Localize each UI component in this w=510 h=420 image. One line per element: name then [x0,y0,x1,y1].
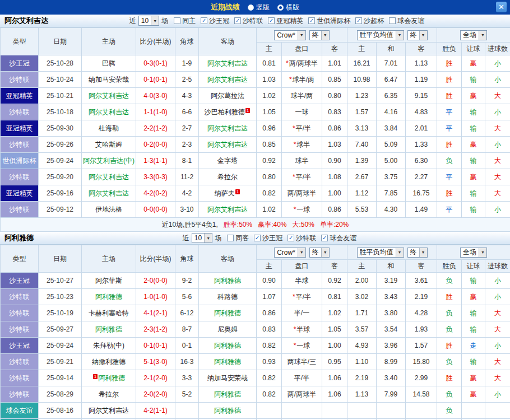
home-team[interactable]: 杜海勒 [82,120,136,137]
home-team[interactable]: 希拉尔 [82,386,136,403]
home-team[interactable]: 艾哈斯姆 [82,137,136,153]
odds-source-select[interactable]: Crow* ▼ [274,30,306,40]
away-team[interactable]: 阿尔葛拉法 [199,88,257,104]
avg-final-select[interactable]: 终 ▼ [407,30,428,40]
filter-球会友谊[interactable]: 球会友谊 [389,16,424,26]
checkbox-checked[interactable]: ✓ [288,235,294,241]
away-team[interactable]: 科路德 [199,289,257,305]
home-team[interactable]: 朱拜勒(中) [82,338,136,354]
home-team[interactable]: 纳撒利雅德 [82,354,136,370]
away-team[interactable]: 阿利雅德 [199,354,257,370]
col-type: 类型 [1,245,39,273]
away-team[interactable]: 阿尔艾利吉达 [199,202,257,218]
handicap-text: 半/一 [294,309,309,317]
away-team[interactable]: 纳加马安荣哉 [199,370,257,386]
close-icon[interactable]: ✕ [496,2,507,12]
checkbox-checked[interactable]: ✓ [308,17,315,24]
away-team[interactable]: 沙巴柏利雅德1 [199,104,257,120]
handicap-text: 球半/两 [291,92,313,100]
away-team[interactable]: 阿利雅德 [199,273,257,289]
scope-select[interactable]: 全场 ▼ [460,30,487,40]
handicap-text: 球半/两 [293,76,314,83]
home-team[interactable]: 阿尔艾利吉达 [82,88,136,104]
away-team[interactable]: 纳萨夫1 [199,185,257,202]
goals-result: 大 [485,88,510,104]
away-team[interactable]: 阿尔艾利吉达 [199,72,257,88]
home-team[interactable]: 阿尔艾利吉达(中) [82,153,136,169]
avg-final-select[interactable]: 终 ▼ [407,248,428,258]
recent-count-select[interactable]: 10 ▼ [138,16,159,26]
away-team[interactable]: 尼奥姆 [199,321,257,338]
chevron-down-icon: ▼ [419,31,427,40]
handicap-result: 赢 [462,137,485,153]
filter-世俱洲际杯[interactable]: ✓世俱洲际杯 [308,16,350,26]
score: 4-2(1-1) [136,403,175,419]
odds-final-select[interactable]: 终 ▼ [309,30,330,40]
scope-value: 全场 [463,30,476,40]
checkbox-checked[interactable]: ✓ [268,17,275,24]
avg-draw: 4.16 [377,104,406,120]
away-team[interactable]: 阿尔艾利吉达 [199,137,257,153]
away-team[interactable]: 阿尔艾利吉达 [199,55,257,72]
checkbox-checked[interactable]: ✓ [254,235,261,241]
avg-type-select[interactable]: 胜平负均值 ▼ [357,248,404,258]
home-team[interactable]: 阿利雅德 [82,289,136,305]
scope-select[interactable]: 全场 ▼ [460,248,487,258]
away-team[interactable]: 阿尔艾利吉达 [199,120,257,137]
away-team[interactable]: 希拉尔 [199,169,257,185]
home-team[interactable]: 卡赫利塞哈特 [82,305,136,321]
avg-draw: 7.99 [377,386,406,403]
recent-count-select[interactable]: 10 ▼ [192,233,212,243]
home-team[interactable]: 阿尔菲斯 [82,273,136,289]
filter-沙特联[interactable]: ✓沙特联 [234,16,263,26]
filter-沙王冠[interactable]: ✓沙王冠 [201,16,229,26]
match-result: 胜 [437,370,462,386]
checkbox-checked[interactable]: ✓ [234,17,241,24]
match-result: 胜 [437,289,462,305]
home-team[interactable]: 阿尔艾利吉达 [82,185,136,202]
away-team[interactable]: 阿利雅德 [199,403,257,419]
goals-result [485,403,510,419]
filter-沙超杯[interactable]: ✓沙超杯 [355,16,384,26]
odds-final-select[interactable]: 终 ▼ [309,248,330,258]
checkbox-checked[interactable]: ✓ [355,17,362,24]
checkbox-unchecked[interactable] [389,17,396,24]
away-team[interactable]: 阿利雅德 [199,338,257,354]
odds-source-select[interactable]: Crow* ▼ [274,248,306,258]
odds-away: 1.06 [322,370,347,386]
filter-亚冠精英[interactable]: ✓亚冠精英 [268,16,303,26]
handicap-result: 赢 [462,169,485,185]
team-name-text: 艾哈斯姆 [95,141,122,148]
home-team[interactable]: 1阿利雅德 [82,370,136,386]
home-team[interactable]: 阿尔艾利吉达 [82,104,136,120]
handicap-result: 赢 [462,289,485,305]
away-team[interactable]: 金字塔 [199,153,257,169]
away-team[interactable]: 阿利雅德 [199,305,257,321]
odds-away: 0.95 [322,354,347,370]
checkbox-checked[interactable]: ✓ [201,17,207,24]
team-name-text: 阿利雅德 [214,390,241,398]
checkbox-unchecked[interactable] [174,17,180,24]
avg-draw: 3.40 [377,370,406,386]
home-team[interactable]: 纳加马安荣哉 [82,72,136,88]
avg-type-select[interactable]: 胜平负均值 ▼ [357,30,404,40]
checkbox-unchecked[interactable] [227,235,234,241]
odds-away: 0.90 [322,153,347,169]
checkbox-checked[interactable]: ✓ [321,235,328,241]
match-row: 沙特联25-09-26艾哈斯姆0-2(0-0)2-3阿尔艾利吉达0.85*球半1… [1,137,510,153]
goals-result: 大 [485,354,510,370]
home-team[interactable]: 阿利雅德 [82,321,136,338]
home-team[interactable]: 阿尔艾利吉达 [82,169,136,185]
filter-沙王冠[interactable]: ✓沙王冠 [254,234,282,243]
away-team[interactable]: 阿利雅德 [199,386,257,403]
home-team[interactable]: 巴腾 [82,55,136,72]
radio-horizontal-layout[interactable]: 横版 [277,3,299,12]
home-team[interactable]: 伊地法格 [82,202,136,218]
radio-vertical-layout[interactable]: 竖版 [248,3,270,12]
filter-同客[interactable]: 同客 [227,234,249,243]
filter-沙特联[interactable]: ✓沙特联 [288,234,316,243]
team-name-text: 阿利雅德 [98,374,125,382]
filter-球会友谊[interactable]: ✓球会友谊 [321,234,356,243]
filter-同主[interactable]: 同主 [174,16,196,26]
home-team[interactable]: 阿尔艾利吉达 [82,403,136,419]
